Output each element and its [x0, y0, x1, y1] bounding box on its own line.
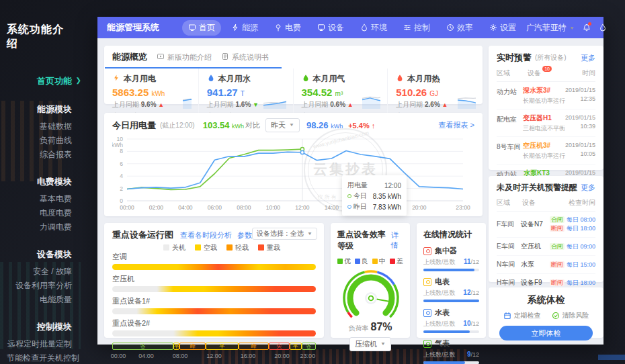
sparkline-chart	[361, 86, 380, 110]
svg-text:8: 8	[120, 148, 123, 154]
load-bar	[112, 286, 316, 292]
sidebar-item[interactable]: 节能检查开关机控制	[7, 353, 72, 363]
stat-value: 354.52 m³	[302, 87, 361, 98]
switch-more-link[interactable]: 更多	[581, 183, 595, 193]
switch-row[interactable]: E车间 空压机 合闸每日 09:00	[497, 238, 595, 256]
health-check-button[interactable]: 立即体检	[499, 326, 593, 340]
sidebar-section-header: 能源模块	[7, 103, 72, 116]
nav-item-控制[interactable]: 控制	[397, 20, 436, 36]
stat-title: 本月用气	[313, 73, 345, 85]
sidebar-item[interactable]: 基础数据	[7, 121, 72, 132]
switch-alerts-card: 未及时开关机预警提醒 更多 区域 设备 检查时间 F车间 设备N7 合闸每日 0…	[489, 176, 603, 282]
switch-area: E车间	[497, 242, 521, 251]
meter-icon	[423, 278, 431, 286]
tariff-segment: 谷	[302, 343, 316, 350]
legend-item: 差	[390, 257, 403, 266]
sidebar-item[interactable]: 基本电费	[7, 193, 72, 204]
svg-text:02:00: 02:00	[149, 204, 164, 211]
alerts-scope: (所有设备)	[535, 53, 567, 62]
switch-row[interactable]: F车间 设备N7 合闸每日 08:00断闸每日 18:00	[497, 212, 595, 238]
online-stats-card: 在线情况统计 集中器 上线数/总数11/12 电表 上线数/总数12/12 水表…	[417, 223, 486, 338]
sidebar-item[interactable]: 安全 / 故障	[7, 266, 72, 277]
sidebar-item[interactable]: 力调电费	[7, 222, 72, 232]
sidebar-item[interactable]: 综合报表	[7, 149, 72, 160]
sidebar-item[interactable]: 远程定时批量定制	[7, 338, 72, 349]
alert-time: 2019/01/1510:05	[565, 141, 595, 161]
tariff-segment: 谷	[112, 343, 173, 350]
company-dropdown[interactable]: 广汽菲亚特▼	[526, 22, 575, 34]
alert-device: 深水泵3#	[523, 86, 565, 95]
compare-label: 对比	[245, 120, 260, 130]
sidebar-section-header: 控制模块	[7, 321, 72, 333]
legend-item: 良	[355, 257, 368, 266]
trend-up-icon: ↑	[372, 122, 376, 130]
sidebar-item[interactable]: 负荷曲线	[7, 135, 72, 146]
periodic-check-item: 定期检查	[503, 311, 541, 320]
sidebar-item[interactable]: 电度电费	[7, 208, 72, 218]
gauge-detail-link[interactable]: 详情	[391, 230, 403, 251]
control-icon	[403, 24, 411, 32]
notification-bell-icon[interactable]	[583, 24, 591, 32]
sidebar-item-home-active[interactable]: 首页功能❯	[7, 75, 72, 87]
nav-item-设置[interactable]: 设置	[483, 20, 522, 36]
today-chart-title: 今日用电量	[112, 120, 156, 132]
device-icon	[317, 24, 325, 32]
gauge-title: 重点设备效率等级	[337, 229, 391, 252]
switch-device: 水泵	[521, 260, 534, 269]
switch-state-badge: 断闸	[550, 225, 565, 232]
compare-day-select[interactable]: 昨天▼	[265, 118, 300, 132]
alert-area: 动力站	[497, 86, 523, 105]
legend-item: 优	[337, 257, 351, 266]
switch-area: H车间	[497, 278, 521, 287]
equipment-name: 空压机	[112, 274, 316, 284]
view-report-link[interactable]: 查看报表 >	[439, 120, 474, 130]
calendar-icon	[503, 312, 511, 320]
background-decoration	[598, 355, 625, 360]
equipment-title: 重点设备运行图	[112, 229, 173, 241]
feature-sidebar: 系统功能介绍 首页功能❯ 能源模块基础数据负荷曲线综合报表电费模块基本电费电度电…	[0, 0, 97, 364]
stat-value: 5863.25 kWh	[112, 87, 181, 98]
home-icon	[188, 24, 196, 32]
switch-row[interactable]: N车间 水泵 断闸每日 15:00	[497, 256, 595, 274]
sidebar-item[interactable]: 电能质量	[7, 294, 72, 305]
tariff-segment: 尖	[269, 343, 289, 350]
intro-link[interactable]: 新版功能介绍	[157, 52, 212, 62]
delta-value: +5.4% ↑	[348, 122, 375, 130]
online-title: 在线情况统计	[423, 229, 479, 240]
nav-item-首页[interactable]: 首页	[182, 20, 221, 36]
manual-link[interactable]: 系统说明书	[221, 52, 269, 62]
nav-item-电费[interactable]: 电费	[268, 20, 307, 36]
water-icon	[207, 74, 215, 84]
alert-row[interactable]: 配电室 变压器H1 三相电流不平衡 2019/01/1510:39	[497, 109, 595, 137]
energy-icon	[231, 24, 239, 32]
tooltip-row: 昨日7.83 kWh	[347, 202, 401, 212]
chevron-right-icon: ❯	[76, 77, 81, 84]
meter-row-集中器: 集中器 上线数/总数11/12	[423, 246, 479, 271]
alerts-more-link[interactable]: 更多	[581, 53, 595, 63]
sidebar-section: 能源模块基础数据负荷曲线综合报表	[7, 103, 72, 160]
meter-row-水表: 水表 上线数/总数10/12	[423, 308, 479, 333]
alerts-table-header: 区域 设备10 时间	[497, 64, 595, 82]
legend-item: 关机	[163, 243, 185, 253]
sidebar-section: 控制模块远程定时批量定制节能检查开关机控制	[7, 321, 72, 363]
water-drop-icon[interactable]	[599, 24, 607, 32]
nav-item-效率[interactable]: 效率	[440, 20, 479, 36]
meter-row-电表: 电表 上线数/总数12/12	[423, 277, 479, 302]
key-equipment-card: 重点设备运行图 查看各时段分析 参数设置 设备选择：全选▼ 关机空载轻载重载 空…	[104, 223, 324, 338]
svg-text:14:00: 14:00	[325, 204, 339, 211]
nav-item-设备[interactable]: 设备	[311, 20, 350, 36]
tariff-segment: 峰	[179, 343, 206, 350]
time-label: 16:00	[241, 353, 256, 359]
device-select[interactable]: 设备选择：全选▼	[252, 228, 317, 240]
alert-area: 8号车间	[497, 141, 523, 161]
chart-tooltip: 用电量12:00 今日8.35 kWh昨日7.83 kWh	[342, 175, 407, 216]
switch-state-badge: 合闸	[550, 243, 565, 250]
alert-row[interactable]: 8号车间 空压机3# 长期低功率运行 2019/01/1510:05	[497, 137, 595, 165]
sidebar-item[interactable]: 设备利用率分析	[7, 280, 72, 291]
nav-item-环境[interactable]: 环境	[354, 20, 393, 36]
machine-select[interactable]: 压缩机▼	[349, 337, 391, 351]
alert-row[interactable]: 动力站 深水泵3# 长期低功率运行 2019/01/1512:35	[497, 82, 595, 109]
nav-item-能源[interactable]: 能源	[225, 20, 264, 36]
realtime-alerts-card: 实时预警 (所有设备) 更多 区域 设备10 时间 动力站 深水泵3# 长期低功…	[489, 46, 603, 170]
period-analysis-link[interactable]: 查看各时段分析	[180, 230, 232, 240]
